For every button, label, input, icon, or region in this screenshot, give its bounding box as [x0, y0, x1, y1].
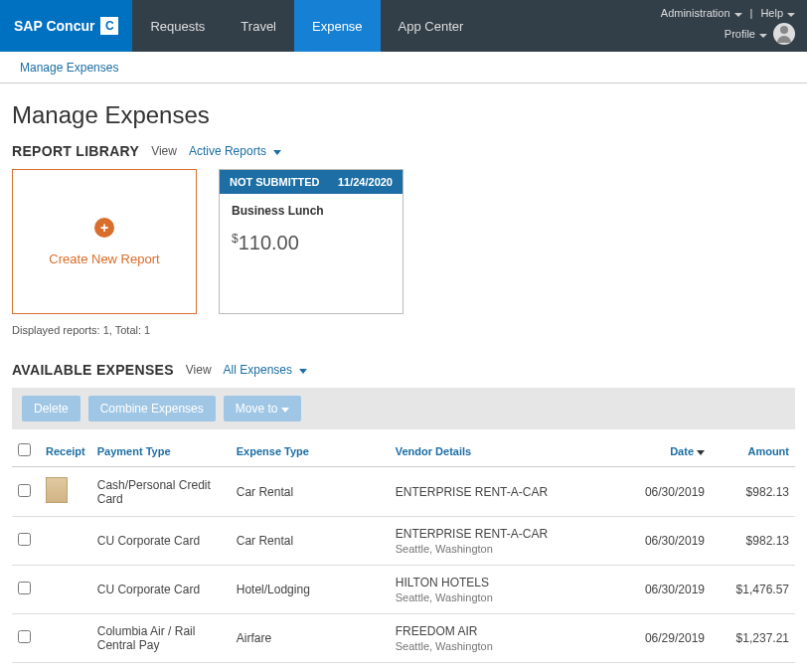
- col-expense-type[interactable]: Expense Type: [231, 435, 390, 467]
- vendor-cell: ENTERPRISE RENT-A-CARSeattle, Washington: [390, 517, 616, 566]
- amount-cell: $982.13: [711, 467, 795, 517]
- chevron-down-icon: [787, 13, 795, 17]
- delete-button[interactable]: Delete: [22, 396, 81, 421]
- report-name: Business Lunch: [232, 204, 391, 218]
- payment-type-cell: Columbia Air / Rail Central Pay: [91, 614, 231, 663]
- action-bar: Delete Combine Expenses Move to: [12, 388, 795, 429]
- move-to-label: Move to: [236, 402, 278, 416]
- payment-type-cell: Cash/Personal Credit Card: [91, 663, 231, 673]
- report-card[interactable]: NOT SUBMITTED 11/24/2020 Business Lunch …: [219, 169, 404, 314]
- filter-label: Active Reports: [189, 144, 266, 158]
- col-date[interactable]: Date: [616, 435, 711, 467]
- expenses-filter-dropdown[interactable]: All Expenses: [224, 363, 308, 377]
- page-body: Manage Expenses REPORT LIBRARY View Acti…: [0, 84, 807, 672]
- chevron-down-icon: [281, 408, 289, 413]
- vendor-sub: Seattle, Washington: [396, 543, 610, 555]
- report-card-header: NOT SUBMITTED 11/24/2020: [220, 170, 403, 194]
- admin-menu[interactable]: Administration: [661, 7, 742, 19]
- amount-cell: $982.13: [711, 517, 795, 566]
- col-payment-type[interactable]: Payment Type: [91, 435, 231, 467]
- row-checkbox[interactable]: [18, 533, 31, 546]
- move-to-button[interactable]: Move to: [224, 396, 302, 421]
- tab-label: Travel: [241, 19, 276, 34]
- brand-logo[interactable]: SAP Concur C: [0, 0, 132, 52]
- tab-travel[interactable]: Travel: [223, 0, 294, 52]
- help-label: Help: [760, 7, 783, 19]
- report-status: NOT SUBMITTED: [230, 176, 319, 188]
- receipt-cell: [40, 467, 91, 517]
- create-new-report-card[interactable]: + Create New Report: [12, 169, 197, 314]
- profile-menu[interactable]: Profile: [725, 28, 767, 40]
- col-vendor-details[interactable]: Vendor Details: [390, 435, 616, 467]
- vendor-cell: FREEDOM AIRSeattle, Washington: [390, 614, 616, 663]
- primary-nav: Requests Travel Expense App Center: [132, 0, 481, 52]
- amount-cell: $1,476.57: [711, 566, 795, 614]
- report-library-title: REPORT LIBRARY: [12, 143, 139, 159]
- chevron-down-icon: [759, 34, 767, 38]
- chevron-down-icon: [299, 369, 307, 374]
- receipt-cell: [40, 566, 91, 614]
- expense-type-cell: Car Rental: [231, 467, 390, 517]
- expenses-table: Receipt Payment Type Expense Type Vendor…: [12, 435, 795, 672]
- tab-app-center[interactable]: App Center: [381, 0, 482, 52]
- tab-label: App Center: [399, 19, 464, 34]
- chevron-down-icon: [734, 13, 742, 17]
- subtab-manage-expenses[interactable]: Manage Expenses: [16, 53, 122, 84]
- admin-label: Administration: [661, 7, 730, 19]
- expense-type-cell: Hotel/Lodging: [231, 566, 390, 614]
- vendor-cell: ENTERPRISE RENT-A-CAR: [390, 467, 616, 517]
- receipt-cell: [40, 663, 91, 673]
- payment-type-cell: CU Corporate Card: [91, 566, 231, 614]
- create-new-report-label: Create New Report: [49, 252, 159, 266]
- report-filter-dropdown[interactable]: Active Reports: [189, 144, 281, 158]
- table-header-row: Receipt Payment Type Expense Type Vendor…: [12, 435, 795, 467]
- date-cell: 06/30/2019: [616, 467, 711, 517]
- avatar-icon[interactable]: [773, 23, 795, 45]
- filter-label: All Expenses: [224, 363, 292, 377]
- row-checkbox[interactable]: [18, 484, 31, 497]
- amount-cell: $22.51: [711, 663, 795, 673]
- receipt-icon[interactable]: [46, 477, 68, 503]
- date-cell: 06/30/2019: [616, 566, 711, 614]
- receipt-cell: [40, 614, 91, 663]
- displayed-reports-count: Displayed reports: 1, Total: 1: [12, 324, 795, 336]
- page-title: Manage Expenses: [12, 101, 795, 129]
- tab-requests[interactable]: Requests: [132, 0, 223, 52]
- report-amount: $110.00: [232, 232, 391, 254]
- profile-label: Profile: [725, 28, 755, 40]
- table-row[interactable]: CU Corporate CardCar RentalENTERPRISE RE…: [12, 517, 795, 566]
- tab-expense[interactable]: Expense: [294, 0, 381, 52]
- select-all-checkbox[interactable]: [18, 443, 31, 456]
- top-header: SAP Concur C Requests Travel Expense App…: [0, 0, 807, 52]
- table-row[interactable]: Cash/Personal Credit CardCar RentalENTER…: [12, 467, 795, 517]
- table-row[interactable]: Columbia Air / Rail Central PayAirfareFR…: [12, 614, 795, 663]
- header-right: Administration | Help Profile: [661, 0, 807, 52]
- date-cell: 06/29/2019: [616, 614, 711, 663]
- row-checkbox[interactable]: [18, 582, 31, 594]
- table-row[interactable]: Cash/Personal Credit CardIndividual Meal…: [12, 663, 795, 673]
- col-date-label: Date: [670, 445, 694, 457]
- help-menu[interactable]: Help: [760, 7, 795, 19]
- view-label: View: [151, 144, 177, 158]
- chevron-down-icon: [273, 150, 281, 155]
- table-row[interactable]: CU Corporate CardHotel/LodgingHILTON HOT…: [12, 566, 795, 614]
- vendor-cell: HILTON HOTELSSeattle, Washington: [390, 566, 616, 614]
- concur-c-icon: C: [100, 17, 118, 35]
- col-receipt[interactable]: Receipt: [40, 435, 91, 467]
- receipt-cell: [40, 517, 91, 566]
- payment-type-cell: Cash/Personal Credit Card: [91, 467, 231, 517]
- col-amount[interactable]: Amount: [711, 435, 795, 467]
- date-cell: 06/30/2019: [616, 517, 711, 566]
- amount-cell: $1,237.21: [711, 614, 795, 663]
- date-cell: 06/29/2019: [616, 663, 711, 673]
- plus-icon: +: [94, 218, 114, 238]
- expense-type-cell: Car Rental: [231, 517, 390, 566]
- sort-desc-icon: [697, 450, 705, 455]
- available-expenses-header: AVAILABLE EXPENSES View All Expenses: [12, 362, 795, 378]
- report-date: 11/24/2020: [338, 176, 393, 188]
- row-checkbox[interactable]: [18, 630, 31, 643]
- expense-type-cell: Individual Meal - Dinner: [231, 663, 390, 673]
- combine-expenses-button[interactable]: Combine Expenses: [88, 396, 216, 421]
- payment-type-cell: CU Corporate Card: [91, 517, 231, 566]
- amount-value: 110.00: [239, 232, 299, 253]
